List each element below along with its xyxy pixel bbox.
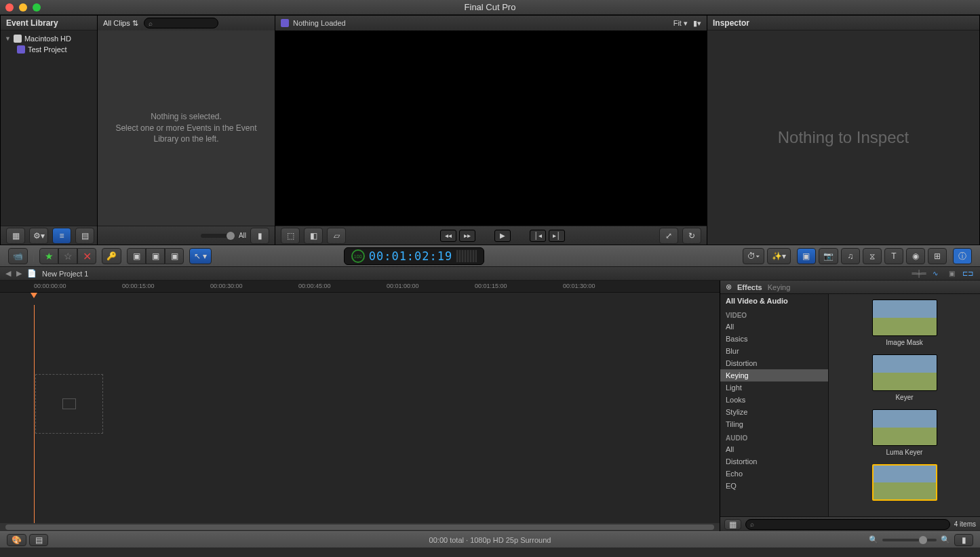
go-start-button[interactable]: │◂ — [530, 230, 546, 242]
next-edit-button[interactable]: ▸▸ — [459, 230, 475, 242]
loop-button[interactable]: ↻ — [682, 228, 701, 244]
cat-basics[interactable]: Basics — [720, 333, 828, 345]
go-end-button[interactable]: ▸│ — [549, 230, 565, 242]
connect-button[interactable]: ▣ — [127, 248, 146, 264]
list-view-button[interactable]: ≡ — [52, 228, 71, 244]
gear-menu-button[interactable]: ⚙▾ — [29, 228, 48, 244]
zoom-in-icon[interactable]: 🔍 — [941, 535, 950, 544]
effect-name: Keyer — [834, 394, 975, 401]
appearance-button[interactable]: ▮ — [250, 228, 269, 244]
grid-view-button[interactable]: ▤ — [75, 228, 94, 244]
event-tree[interactable]: ▼ Macintosh HD Test Project — [1, 30, 97, 226]
cat-looks[interactable]: Looks — [720, 394, 828, 406]
history-forward-button[interactable]: ▶ — [16, 269, 22, 278]
timeline-ruler[interactable]: 00:00:00:00 00:00:15:00 00:00:30:00 00:0… — [0, 281, 720, 293]
audio-skimming-toggle[interactable]: ∿ — [928, 269, 942, 278]
viewer-settings-button[interactable]: ▮▾ — [693, 19, 701, 28]
effects-category-sidebar[interactable]: All Video & Audio VIDEO All Basics Blur … — [720, 294, 829, 516]
cat-echo[interactable]: Echo — [720, 468, 828, 480]
favorite-button[interactable]: ★ — [39, 248, 58, 264]
cat-light[interactable]: Light — [720, 381, 828, 394]
transitions-browser-button[interactable]: ⧖ — [863, 248, 882, 264]
cat-keying[interactable]: Keying — [720, 369, 828, 381]
effects-grid[interactable]: Image Mask Keyer Luma Keyer — [829, 294, 980, 516]
cat-audio-all[interactable]: All — [720, 443, 828, 455]
ruler-mark: 00:00:00:00 — [34, 283, 66, 289]
zoom-slider[interactable] — [882, 539, 937, 541]
transform-button[interactable]: ⬚ — [281, 228, 300, 244]
import-button[interactable]: 📹 — [8, 248, 28, 264]
cat-eq[interactable]: EQ — [720, 480, 828, 492]
append-button[interactable]: ▣ — [165, 248, 184, 264]
unrate-button[interactable]: ☆ — [58, 248, 77, 264]
project-row[interactable]: Test Project — [5, 44, 93, 55]
clip-filter-dropdown[interactable]: All Clips ⇅ — [103, 19, 138, 28]
fullscreen-button[interactable]: ⤢ — [659, 228, 678, 244]
effect-item[interactable]: Keyer — [834, 354, 975, 401]
browser-search-input[interactable]: ⌕ — [144, 18, 218, 28]
cat-stylize[interactable]: Stylize — [720, 406, 828, 418]
clip-appearance-button[interactable]: ▮ — [954, 534, 973, 546]
timeline-panel[interactable]: 00:00:00:00 00:00:15:00 00:00:30:00 00:0… — [0, 281, 720, 531]
effects-search-input[interactable]: ⌕ — [745, 519, 950, 530]
playhead[interactable] — [34, 305, 35, 523]
cat-audio-distortion[interactable]: Distortion — [720, 455, 828, 468]
effects-browser-button[interactable]: ▣ — [797, 248, 816, 264]
drive-label: Macintosh HD — [24, 35, 71, 43]
ruler-mark: 00:01:00:00 — [387, 283, 419, 289]
effect-thumbnail — [872, 300, 937, 336]
zoom-out-icon[interactable]: 🔍 — [869, 535, 878, 544]
solo-toggle[interactable]: ▣ — [945, 269, 958, 278]
timeline-view-options: ═╪═ ∿ ▣ ⊏⊐ — [912, 269, 975, 278]
drive-row[interactable]: ▼ Macintosh HD — [5, 33, 93, 44]
play-button[interactable]: ▶ — [494, 230, 511, 242]
effect-item[interactable]: Image Mask — [834, 300, 975, 346]
background-tasks-icon[interactable]: 100 — [351, 249, 365, 263]
viewer-panel: Nothing Loaded Fit ▾ ▮▾ ⬚ ◧ ▱ ◂◂ ▸▸ ▶ │◂… — [275, 15, 707, 245]
crop-button[interactable]: ◧ — [304, 228, 323, 244]
cat-blur[interactable]: Blur — [720, 345, 828, 357]
enhance-button[interactable]: ✨▾ — [767, 248, 791, 264]
ruler-mark: 00:00:45:00 — [298, 283, 331, 289]
project-name: New Project 1 — [42, 270, 88, 278]
themes-browser-button[interactable]: ⊞ — [928, 248, 947, 264]
effects-close-icon[interactable]: ⊗ — [726, 283, 732, 291]
reject-button[interactable]: ✕ — [77, 248, 96, 264]
retiming-button[interactable]: ⏱▾ — [743, 248, 764, 264]
timeline-body[interactable] — [0, 293, 720, 523]
timeline-scrollbar[interactable] — [0, 523, 720, 531]
viewer-canvas[interactable] — [275, 30, 707, 226]
insert-button[interactable]: ▣ — [146, 248, 165, 264]
snapping-toggle[interactable]: ⊏⊐ — [961, 269, 975, 278]
cat-video-all[interactable]: All — [720, 321, 828, 333]
timecode-display[interactable]: 100 00:01:02:19 — [344, 247, 485, 265]
prev-edit-button[interactable]: ◂◂ — [440, 230, 456, 242]
browser-empty-message: Nothing is selected. Select one or more … — [98, 30, 275, 226]
timecode-value: 00:01:02:19 — [369, 249, 453, 263]
effects-all-header[interactable]: All Video & Audio — [720, 294, 828, 308]
preview-toggle-button[interactable]: ▦ — [724, 519, 741, 530]
titles-browser-button[interactable]: T — [884, 248, 903, 264]
music-browser-button[interactable]: ♫ — [841, 248, 860, 264]
disclosure-triangle-icon[interactable]: ▼ — [5, 35, 11, 42]
effect-thumbnail — [872, 464, 937, 501]
photos-browser-button[interactable]: 📷 — [819, 248, 838, 264]
keyword-button[interactable]: 🔑 — [102, 248, 121, 264]
inspector-toggle-button[interactable]: ⓘ — [953, 248, 972, 264]
thumbnail-size-slider[interactable] — [201, 234, 235, 238]
effect-item[interactable] — [834, 464, 975, 501]
slider-label: All — [239, 232, 246, 239]
cat-distortion[interactable]: Distortion — [720, 357, 828, 369]
event-library-header: Event Library — [1, 16, 97, 30]
viewer-zoom-dropdown[interactable]: Fit ▾ — [673, 19, 688, 28]
cat-tiling[interactable]: Tiling — [720, 418, 828, 430]
distort-button[interactable]: ▱ — [327, 228, 346, 244]
history-back-button[interactable]: ◀ — [5, 269, 11, 278]
effect-item[interactable]: Luma Keyer — [834, 409, 975, 456]
effects-count: 4 items — [954, 520, 976, 528]
skimming-toggle[interactable]: ═╪═ — [912, 269, 926, 278]
select-tool-button[interactable]: ↖ ▾ — [189, 248, 212, 264]
generators-browser-button[interactable]: ◉ — [906, 248, 925, 264]
ruler-mark: 00:01:15:00 — [475, 283, 507, 289]
filmstrip-toggle-button[interactable]: ▦ — [6, 228, 25, 244]
